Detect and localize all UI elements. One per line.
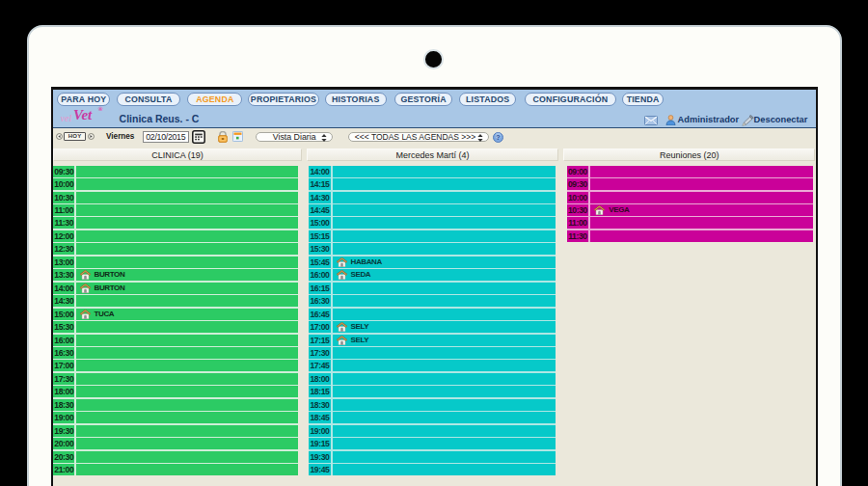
- svg-text:?: ?: [496, 133, 500, 142]
